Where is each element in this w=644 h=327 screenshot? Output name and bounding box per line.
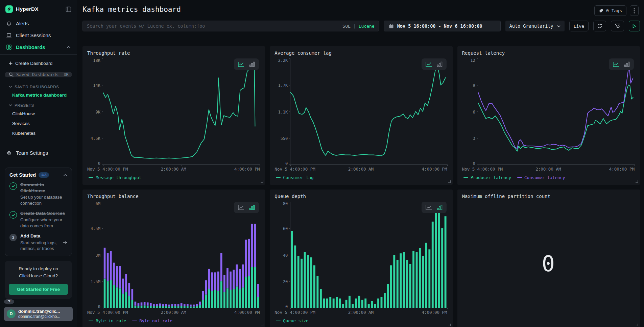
- divider: [0, 54, 77, 55]
- legend-item[interactable]: Consumer lag: [276, 175, 313, 180]
- chart-type-toggle[interactable]: [422, 202, 447, 213]
- lucene-toggle[interactable]: Lucene: [359, 24, 375, 29]
- app-name: HyperDX: [16, 6, 63, 12]
- panel-resize-handle[interactable]: [448, 180, 451, 183]
- page-title: Kafka metrics dashboard: [82, 5, 181, 14]
- main-content: Kafka metrics dashboard 0 Tags SQL | Luc…: [77, 0, 644, 327]
- legend-item[interactable]: Byte in rate: [89, 318, 126, 323]
- laptop-icon: [6, 32, 12, 38]
- chart-area: 6M4.5M3M1.5M0: [87, 202, 260, 308]
- sql-toggle[interactable]: SQL: [342, 24, 350, 29]
- line-chart-icon[interactable]: [238, 205, 244, 210]
- bar-chart-icon[interactable]: [249, 61, 255, 67]
- panel-title: Throughput rate: [87, 50, 260, 56]
- sidebar-item-label: Dashboards: [16, 44, 45, 50]
- chart-type-toggle[interactable]: [234, 202, 259, 213]
- metric-value: 0: [462, 202, 635, 326]
- x-axis: Nov 5 4:00:00 PM2:00:00 AM4:00:00 PM: [275, 308, 447, 316]
- more-options-button[interactable]: [630, 5, 639, 16]
- date-range-picker[interactable]: Nov 5 16:00:00 - Nov 6 16:00:00: [384, 21, 501, 31]
- help-button[interactable]: ?: [4, 299, 14, 304]
- dashboard-grid-icon: [6, 44, 12, 50]
- panel-resize-handle[interactable]: [261, 324, 263, 326]
- run-query-button[interactable]: [629, 21, 640, 31]
- live-button[interactable]: Live: [569, 21, 589, 31]
- sidebar-item-services[interactable]: Services: [4, 119, 73, 128]
- granularity-select[interactable]: Auto Granularity: [505, 21, 565, 31]
- chart-area: 806040200: [275, 202, 447, 308]
- plot-area: [290, 58, 447, 165]
- sidebar-item-alerts[interactable]: Alerts: [4, 18, 73, 29]
- sidebar-item-label: Alerts: [16, 21, 29, 26]
- bar-chart-icon[interactable]: [624, 61, 630, 67]
- create-dashboard-button[interactable]: Create Dashboard: [4, 58, 73, 69]
- gear-icon: [6, 150, 12, 156]
- legend-item[interactable]: Byte out rate: [132, 318, 172, 323]
- line-chart-icon[interactable]: [426, 205, 432, 210]
- bar-chart-icon[interactable]: [249, 205, 255, 210]
- calendar-icon: [389, 24, 394, 29]
- bar-chart-icon[interactable]: [437, 61, 443, 67]
- sidebar-item-dashboards[interactable]: Dashboards: [4, 41, 73, 53]
- legend-item[interactable]: Queue size: [276, 318, 308, 323]
- deploy-card: Ready to deploy on ClickHouse Cloud? Get…: [5, 261, 72, 299]
- panel-resize-handle[interactable]: [261, 180, 263, 183]
- chart-type-toggle[interactable]: [609, 58, 634, 70]
- filter-button[interactable]: [611, 21, 624, 31]
- sidebar-item-kafka-metrics-dashboard[interactable]: Kafka metrics dashboard: [4, 90, 73, 100]
- chevron-up-icon[interactable]: [63, 172, 67, 178]
- y-axis: 806040200: [275, 202, 290, 308]
- panel-average-consumer-lag: Average consumer lag 2.2K1.7K1.1K5500Nov…: [270, 46, 452, 185]
- event-search-box[interactable]: SQL | Lucene: [82, 21, 379, 31]
- refresh-button[interactable]: [593, 21, 606, 31]
- chart-legend: Queue size: [275, 316, 447, 326]
- legend-item[interactable]: Producer latency: [463, 175, 511, 180]
- check-circle-icon: [9, 182, 17, 190]
- saved-dashboards-section-header[interactable]: SAVED DASHBOARDS: [4, 81, 73, 90]
- saved-dashboards-search-input[interactable]: Saved Dashboards ⌘K: [5, 72, 72, 77]
- legend-item[interactable]: Message throughput: [89, 175, 141, 180]
- chart-area: 18K14K9K4.5K0: [87, 58, 260, 165]
- event-search-input[interactable]: [87, 23, 339, 29]
- logo-row: HyperDX: [4, 5, 73, 18]
- step-number-badge: 3: [9, 234, 17, 241]
- sidebar-item-kubernetes[interactable]: Kubernetes: [4, 128, 73, 138]
- y-axis: 18K14K9K4.5K0: [87, 58, 103, 165]
- chevron-down-icon: [9, 85, 12, 88]
- get-started-step-3[interactable]: 3 Add Data Start sending logs, metrics, …: [9, 233, 67, 251]
- x-axis: Nov 5 4:00:00 PM2:00:00 AM4:00:00 PM: [275, 165, 447, 172]
- legend-item[interactable]: Consumer latency: [517, 175, 565, 180]
- sidebar-item-client-sessions[interactable]: Client Sessions: [4, 29, 73, 41]
- panel-resize-handle[interactable]: [448, 324, 451, 326]
- sidebar-collapse-icon[interactable]: [66, 6, 71, 12]
- sidebar-item-clickhouse[interactable]: ClickHouse: [4, 109, 73, 119]
- tags-button[interactable]: 0 Tags: [594, 5, 626, 16]
- x-axis: Nov 5 4:00:00 PM2:00:00 AM4:00:00 PM: [87, 165, 260, 172]
- user-menu[interactable]: D dominic.tran@clic... dominic.tran@clic…: [4, 307, 73, 321]
- get-started-free-button[interactable]: Get Started for Free: [9, 284, 68, 295]
- get-started-step-2[interactable]: Create Data Sources Configure where your…: [9, 210, 67, 229]
- panel-queue-depth: Queue depth 806040200Nov 5 4:00:00 PM2:0…: [270, 190, 452, 327]
- line-chart-icon[interactable]: [613, 61, 619, 67]
- chart-type-toggle[interactable]: [234, 58, 259, 70]
- line-chart-icon[interactable]: [238, 61, 244, 67]
- presets-section-header[interactable]: PRESETS: [4, 100, 73, 109]
- panel-title: Queue depth: [275, 194, 447, 199]
- get-started-step-1[interactable]: Connect to ClickHouse Set up your databa…: [9, 182, 67, 206]
- panel-title: Maximum offline partition count: [462, 194, 635, 199]
- bar-chart-icon[interactable]: [437, 205, 443, 210]
- chart-type-toggle[interactable]: [422, 58, 447, 70]
- sidebar-item-team-settings[interactable]: Team Settings: [4, 147, 73, 159]
- check-circle-icon: [9, 211, 17, 219]
- panel-resize-handle[interactable]: [636, 324, 638, 326]
- chart-area: 2.2K1.7K1.1K5500: [275, 58, 447, 165]
- chevron-up-icon: [67, 46, 71, 49]
- search-icon: [9, 72, 14, 77]
- progress-badge: 2/3: [39, 172, 49, 178]
- avatar: D: [7, 309, 16, 318]
- bell-icon: [6, 21, 12, 26]
- line-chart-icon[interactable]: [426, 61, 432, 67]
- y-axis: 2.2K1.7K1.1K5500: [275, 58, 290, 165]
- play-icon: [633, 24, 636, 28]
- panel-resize-handle[interactable]: [636, 180, 638, 183]
